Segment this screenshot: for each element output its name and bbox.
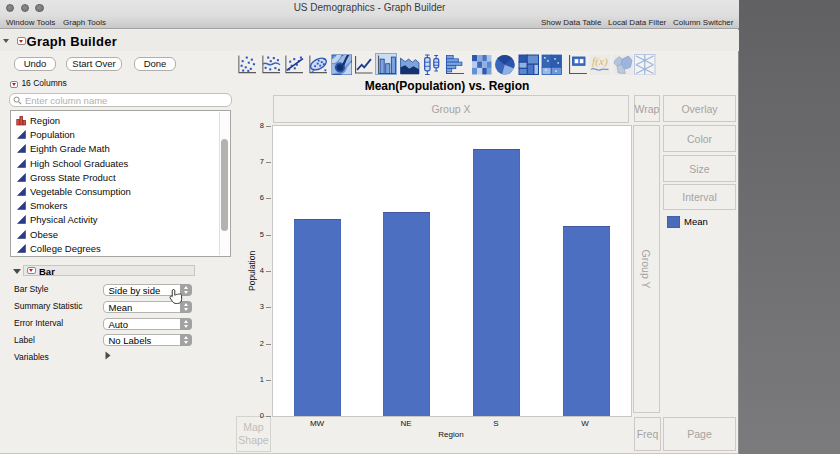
svg-text:f(x): f(x) <box>592 55 608 68</box>
